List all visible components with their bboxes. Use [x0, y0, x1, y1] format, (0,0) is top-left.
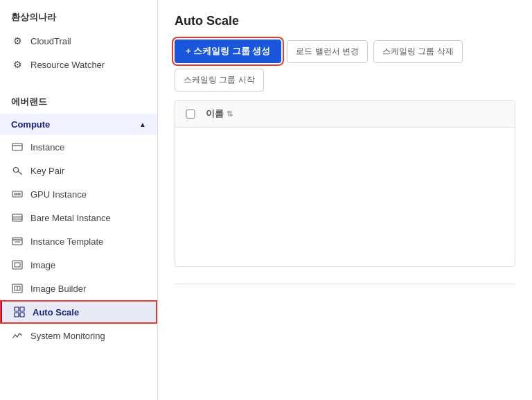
instance-template-icon	[11, 235, 24, 247]
sidebar-item-label: Key Pair	[30, 166, 64, 176]
sidebar-item-instance[interactable]: Instance	[0, 135, 157, 159]
sidebar-item-label: Instance Template	[30, 236, 103, 247]
main-content: Auto Scale + 스케일링 그룹 생성 로드 밸런서 변경 스케일링 그…	[158, 0, 532, 400]
delete-scaling-group-button[interactable]: 스케일링 그룹 삭제	[373, 40, 463, 63]
svg-rect-5	[15, 193, 17, 195]
sidebar-item-image[interactable]: Image	[0, 253, 157, 277]
page-title: Auto Scale	[175, 14, 515, 28]
name-sort-icon[interactable]: ⇅	[227, 110, 233, 119]
sidebar-item-label: CloudTrail	[30, 36, 71, 46]
sidebar-item-system-monitoring[interactable]: System Monitoring	[0, 324, 157, 347]
sidebar-item-label: Bare Metal Instance	[30, 213, 111, 223]
sidebar-item-label: Resource Watcher	[30, 60, 105, 70]
image-builder-icon	[11, 282, 24, 295]
image-icon	[11, 259, 24, 271]
sidebar-item-cloudtrail[interactable]: ⚙ CloudTrail	[0, 29, 157, 53]
sidebar: 환상의나라 ⚙ CloudTrail ⚙ Resource Watcher 에버…	[0, 0, 158, 400]
svg-rect-14	[15, 263, 20, 267]
sidebar-item-auto-scale[interactable]: Auto Scale	[0, 300, 157, 324]
sidebar-item-label: System Monitoring	[30, 331, 105, 341]
compute-arrow-icon: ▲	[139, 121, 146, 128]
table-body	[175, 128, 515, 266]
cloudtrail-icon: ⚙	[11, 35, 24, 47]
svg-rect-7	[12, 214, 22, 221]
edit-load-balancer-button[interactable]: 로드 밸런서 변경	[287, 40, 368, 63]
start-scaling-group-button[interactable]: 스케일링 그룹 시작	[175, 69, 264, 92]
section-divider	[175, 284, 515, 284]
sidebar-item-bare-metal[interactable]: Bare Metal Instance	[0, 206, 157, 229]
sidebar-item-key-pair[interactable]: Key Pair	[0, 159, 157, 182]
system-monitoring-icon	[11, 329, 24, 342]
sidebar-item-resource-watcher[interactable]: ⚙ Resource Watcher	[0, 53, 157, 76]
create-scaling-group-button[interactable]: + 스케일링 그룹 생성	[175, 40, 281, 63]
gpu-icon	[11, 188, 24, 200]
brand-title: 환상의나라	[0, 0, 157, 29]
toolbar: + 스케일링 그룹 생성 로드 밸런서 변경 스케일링 그룹 삭제 스케일링 그…	[175, 40, 515, 92]
svg-rect-19	[20, 307, 24, 311]
compute-group-header[interactable]: Compute ▲	[0, 114, 157, 135]
resource-watcher-icon: ⚙	[11, 58, 24, 71]
sidebar-item-image-builder[interactable]: Image Builder	[0, 277, 157, 300]
auto-scale-table: 이름 ⇅	[175, 100, 515, 267]
name-column-header: 이름 ⇅	[206, 107, 233, 120]
svg-rect-13	[12, 261, 22, 269]
svg-rect-21	[20, 313, 24, 317]
sidebar-item-label: Image Builder	[30, 284, 86, 294]
key-pair-icon	[11, 164, 24, 177]
sidebar-item-instance-template[interactable]: Instance Template	[0, 229, 157, 253]
sidebar-item-label: Auto Scale	[33, 307, 79, 318]
compute-label: Compute	[11, 119, 50, 130]
section2-title: 에버랜드	[0, 85, 157, 114]
svg-rect-0	[12, 144, 22, 150]
instance-icon	[11, 141, 24, 153]
svg-rect-4	[12, 191, 22, 197]
select-all-checkbox[interactable]	[184, 110, 197, 119]
sidebar-item-gpu-instance[interactable]: GPU Instance	[0, 182, 157, 206]
table-header: 이름 ⇅	[175, 101, 515, 128]
svg-rect-10	[12, 238, 22, 245]
sidebar-item-label: Instance	[30, 142, 64, 153]
svg-rect-6	[18, 193, 20, 195]
svg-point-2	[14, 168, 19, 173]
sidebar-item-label: Image	[30, 260, 55, 270]
svg-rect-20	[15, 313, 19, 317]
auto-scale-icon	[13, 306, 26, 318]
svg-line-3	[18, 171, 22, 175]
sidebar-item-label: GPU Instance	[30, 189, 87, 200]
svg-rect-18	[15, 307, 19, 311]
bare-metal-icon	[11, 211, 24, 224]
